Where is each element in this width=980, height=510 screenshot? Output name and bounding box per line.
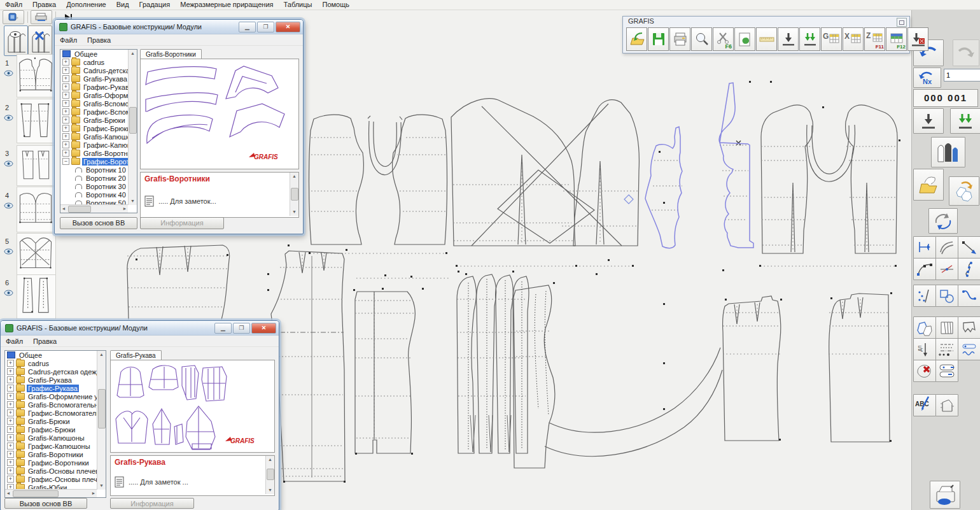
run-all-button[interactable] xyxy=(950,108,980,134)
nx-count-input[interactable] xyxy=(944,69,980,81)
expander-icon[interactable] xyxy=(7,376,14,383)
expander-icon[interactable] xyxy=(62,125,69,132)
curve-points-tool[interactable] xyxy=(913,258,936,280)
expander-icon[interactable] xyxy=(7,409,14,416)
close-button[interactable]: ✕ xyxy=(276,22,300,32)
dimension-piece-tool[interactable] xyxy=(935,394,958,416)
menu-item[interactable]: Файл xyxy=(0,0,27,10)
expander-icon[interactable] xyxy=(7,459,14,466)
module-tab[interactable]: Grafis-Воротники xyxy=(140,49,202,59)
geometry-shapes-tool[interactable] xyxy=(935,285,958,307)
save-button[interactable] xyxy=(648,27,669,51)
menu-item[interactable]: Помощь xyxy=(317,0,354,10)
x-table-button[interactable]: X xyxy=(843,27,864,51)
refresh-pieces-button[interactable] xyxy=(928,208,958,234)
eye-icon[interactable] xyxy=(4,248,13,255)
tree-child-item[interactable]: Воротник 10 xyxy=(60,166,137,174)
s-curve-tool[interactable] xyxy=(958,285,980,307)
info-vscrollbar[interactable]: ▲▼ xyxy=(265,456,274,494)
copy-piece-tool[interactable] xyxy=(913,316,936,339)
toolbar-collapse-button[interactable] xyxy=(897,18,907,27)
piece-manager-button[interactable] xyxy=(931,137,965,167)
tree-hscrollbar[interactable]: ◄► xyxy=(60,204,128,213)
tree-vscrollbar[interactable]: ▲▼ xyxy=(128,50,137,205)
menu-item[interactable]: Дополнение xyxy=(61,0,111,10)
line-styles-tool[interactable] xyxy=(935,338,958,360)
expander-icon[interactable] xyxy=(62,108,69,115)
tree-hscrollbar[interactable]: ◄► xyxy=(5,489,97,497)
expander-icon[interactable] xyxy=(7,467,14,474)
zoom-button[interactable] xyxy=(691,27,712,51)
information-button[interactable]: Информация xyxy=(140,217,224,229)
part-thumbnail[interactable] xyxy=(17,187,56,232)
parallel-curves-tool[interactable] xyxy=(935,236,958,259)
eye-icon[interactable] xyxy=(4,202,13,209)
expander-icon[interactable] xyxy=(7,418,14,425)
intersection-tool[interactable] xyxy=(935,258,958,280)
print-preview-button[interactable] xyxy=(31,10,52,24)
f12-table-button[interactable]: F12 xyxy=(886,27,907,51)
expander-icon[interactable] xyxy=(62,158,69,165)
expander-icon[interactable] xyxy=(62,141,69,148)
tree-item[interactable]: Графис-Воротники xyxy=(60,157,137,166)
expander-icon[interactable] xyxy=(7,368,14,375)
step-down-button[interactable] xyxy=(913,108,944,134)
expander-icon[interactable] xyxy=(7,451,14,458)
z-table-f11-button[interactable]: ZF11 xyxy=(864,27,885,51)
measure-ruler-button[interactable] xyxy=(756,27,777,51)
dialog-menu-item[interactable]: Файл xyxy=(55,36,82,44)
expander-icon[interactable] xyxy=(7,385,14,392)
open-piece-button[interactable] xyxy=(913,169,944,201)
open-construction-button[interactable] xyxy=(626,27,647,51)
copy-pieces-button[interactable] xyxy=(949,176,979,206)
maximize-button[interactable]: ❐ xyxy=(233,323,250,334)
part-thumbnail[interactable] xyxy=(17,54,56,97)
delete-piece-tool[interactable] xyxy=(913,360,936,382)
dialog-menu-item[interactable]: Правка xyxy=(28,337,62,345)
expander-icon[interactable] xyxy=(62,100,69,107)
zigzag-piece-tool[interactable] xyxy=(958,316,980,339)
points-on-line-tool[interactable] xyxy=(913,285,936,307)
maximize-button[interactable]: ❐ xyxy=(257,22,274,32)
expander-icon[interactable] xyxy=(62,117,69,124)
plotter-button[interactable] xyxy=(930,481,960,509)
eye-icon[interactable] xyxy=(4,160,13,167)
eye-icon[interactable] xyxy=(4,70,13,76)
pleat-piece-tool[interactable] xyxy=(935,316,958,339)
redo-button[interactable] xyxy=(953,39,979,66)
label-direction-tool[interactable]: ДЛ xyxy=(913,338,936,360)
info-vscrollbar[interactable]: ▲▼ xyxy=(290,173,298,216)
menu-item[interactable]: Межразмерные приращения xyxy=(175,0,278,10)
expander-icon[interactable] xyxy=(62,92,69,99)
dialog-menu-item[interactable]: Правка xyxy=(82,36,116,44)
exit-download-button[interactable] xyxy=(907,27,928,51)
move-piece-tool[interactable] xyxy=(935,360,958,382)
tree-child-item[interactable]: Воротник 40 xyxy=(60,190,137,199)
part-thumbnail[interactable] xyxy=(17,274,56,319)
call-basics-button[interactable]: Вызов основ ВВ xyxy=(60,217,137,229)
minimize-button[interactable]: ▁ xyxy=(214,323,232,334)
tree-child-item[interactable]: Воротник 30 xyxy=(60,182,137,190)
part-thumbnail[interactable] xyxy=(17,145,56,186)
tree-child-item[interactable]: Воротник 20 xyxy=(60,174,137,182)
close-button[interactable]: ✕ xyxy=(251,323,276,334)
menu-item[interactable]: Таблицы xyxy=(279,0,318,10)
measure-distance-tool[interactable] xyxy=(913,236,936,259)
cut-f6-button[interactable]: F6 xyxy=(713,27,734,51)
expander-icon[interactable] xyxy=(62,83,69,90)
expander-icon[interactable] xyxy=(7,401,14,408)
new-document-button[interactable] xyxy=(3,10,24,24)
module-tab[interactable]: Grafis-Рукава xyxy=(110,350,162,360)
eye-icon[interactable] xyxy=(4,115,13,121)
expander-icon[interactable] xyxy=(62,150,69,157)
spline-points-tool[interactable] xyxy=(958,258,980,280)
dialog-titlebar[interactable]: GRAFIS - Базовые конструкции/ Модули ▁ ❐… xyxy=(1,321,279,336)
call-basics-button[interactable]: Вызов основ ВВ xyxy=(4,498,87,509)
menu-item[interactable]: Правка xyxy=(27,0,61,10)
expander-icon[interactable] xyxy=(7,443,14,450)
expander-icon[interactable] xyxy=(62,59,69,66)
print-button[interactable] xyxy=(669,27,690,51)
expander-icon[interactable] xyxy=(7,426,14,433)
module-tree[interactable]: Общее cadrus Cadrus-детская одежда Grafi… xyxy=(60,49,137,213)
expander-icon[interactable] xyxy=(7,476,14,483)
